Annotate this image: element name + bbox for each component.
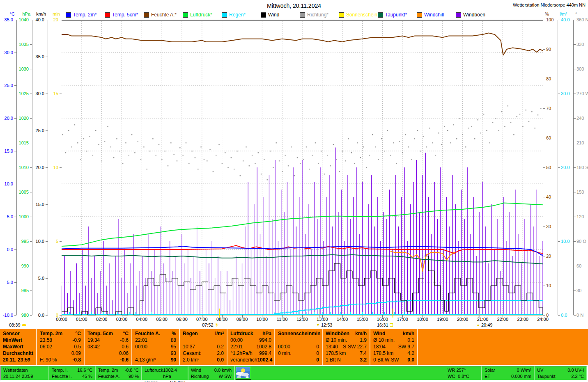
statusbar-label: Temp. 2m xyxy=(98,367,118,373)
axis-tick xyxy=(46,278,48,279)
time-label: 04:00 xyxy=(133,317,151,322)
moonset-arrow-icon: ▼ xyxy=(316,323,320,327)
stats-info: 0 Bft W-SW xyxy=(373,357,399,363)
stats-value-row: 1 Bft N3.2 xyxy=(323,357,370,363)
sun-moon-time: 07:52 xyxy=(202,323,214,327)
stats-row-label: 20.11. 23:59 xyxy=(0,357,36,363)
stats-value: 90 xyxy=(171,357,176,363)
stats-info: 2.0 l/m² xyxy=(183,357,199,363)
stats-info: 4.13 g/m³ xyxy=(135,357,156,363)
stats-value-row: 19:34-0.6 xyxy=(85,337,131,343)
stats-col-name: Temp. 2m xyxy=(40,330,62,337)
chart-legend: Temp. 2m*Temp. 5cm*Feuchte A.*Luftdruck*… xyxy=(66,12,495,18)
stats-value: 0.0 xyxy=(407,357,414,363)
sun-moon-time: 08:39 xyxy=(9,323,21,327)
axis-tick xyxy=(574,69,576,69)
statusbar-label: Taupunkt xyxy=(537,373,556,380)
statusbar-value: 0.0 UV-I xyxy=(567,367,584,373)
stats-value: 0.0 xyxy=(217,357,224,363)
stats-col-name: Luftdruck xyxy=(230,330,253,337)
legend-item-wind: Wind xyxy=(261,12,300,18)
legend-item-temp-2m: Temp. 2m* xyxy=(66,12,105,18)
stats-value: -0.9 xyxy=(72,337,81,343)
stats-value-row: Gesamt:2.0 xyxy=(180,350,227,357)
axis-tick xyxy=(46,57,48,57)
axis-tick xyxy=(574,266,576,266)
statusbar-row: Regen0.0 l/m² xyxy=(145,380,185,382)
stats-info: 0 min. xyxy=(278,350,292,357)
axis-tick-label: 150 xyxy=(577,190,584,195)
stats-col-header: Windkm/h xyxy=(370,330,417,337)
statusbar-label: UV xyxy=(537,367,543,373)
axis-tick xyxy=(574,291,576,291)
axis-tick-label: 10.0 xyxy=(561,239,570,244)
axis-tick-label: 20 xyxy=(37,17,58,23)
axis-tick-label: 10 xyxy=(546,283,551,288)
stats-value: 0 xyxy=(316,357,319,363)
stats-info: 00:00 xyxy=(278,343,290,350)
axis-tick xyxy=(574,315,576,316)
statusbar-label: Wind xyxy=(191,367,201,373)
stats-info: 08:42 xyxy=(87,343,100,350)
stats-value-row: 0.06 xyxy=(85,350,131,357)
stats-col-unit: °C xyxy=(76,330,81,337)
statusbar-row: WR 257° xyxy=(448,367,479,373)
axis-tick xyxy=(30,266,32,266)
axis-tick xyxy=(14,282,16,283)
time-label: 16:00 xyxy=(373,317,391,322)
stats-col-unit: min xyxy=(312,330,320,337)
axis-tick-label: 70 xyxy=(546,106,551,111)
statusbar-label: WR 257° xyxy=(448,367,466,373)
statusbar-value: -2.2 °C xyxy=(570,373,584,380)
time-label: 18:00 xyxy=(413,317,432,322)
axis-tick xyxy=(14,53,16,53)
stats-info: 00:00 xyxy=(135,343,147,350)
stats-value-row: Ø 10 min.1.9 xyxy=(323,337,370,343)
stats-info: 178.5 km xyxy=(326,350,346,357)
stats-value-row: 4.13 g/m³90 xyxy=(132,357,179,363)
stats-table: SensorMinWertMaxWertDurchschnitt20.11. 2… xyxy=(0,329,588,365)
legend-label: Temp. 2m* xyxy=(73,12,96,18)
station-name: Wetterstation Niedersorpe 440m NN xyxy=(513,2,586,7)
axis-tick-label: 25.0 xyxy=(23,128,44,133)
stats-info: F: 90 % xyxy=(40,357,57,363)
stats-col-name: Windböen xyxy=(326,330,349,337)
stats-value: 0.1 xyxy=(407,337,414,343)
legend-item-regen: Regen* xyxy=(222,12,261,18)
axis-tick xyxy=(574,44,576,45)
statusbar-right-cell-1: Solar0 W/m²ET0.000 mm xyxy=(482,366,535,380)
stats-col-header: Temp. 5cm°C xyxy=(85,330,131,337)
axis-tick-label: 90 O xyxy=(577,239,586,244)
axis-tick-label: 10.0 xyxy=(0,181,13,187)
stats-col-windb-en: Windböenkm/hØ 10 min.1.913:40S-SW 22.717… xyxy=(322,329,370,365)
time-label: 03:00 xyxy=(113,317,131,322)
axis-tick xyxy=(574,94,576,94)
axis-tick-label: 240 xyxy=(577,116,584,121)
statusbar-row: Feuchte I.45 % xyxy=(52,373,92,380)
sun-moon-marker-12-53: ▼12:53 xyxy=(316,323,332,327)
legend-color-box-windchill xyxy=(417,12,422,18)
axis-tick-label: 270 W xyxy=(577,91,588,96)
stats-value: 0.5 xyxy=(74,343,81,350)
stats-col-header: LuftdruckhPa xyxy=(227,330,274,337)
axis-tick-label: 40.0 xyxy=(561,17,570,23)
axis-tick xyxy=(30,217,32,217)
statusbar-row: WC -0.8°C xyxy=(448,373,479,380)
stats-col-temp-5cm: Temp. 5cm°C19:34-0.608:420.60.06-0.6 xyxy=(84,329,131,365)
stats-value-row: 00:0095 xyxy=(132,343,179,350)
axis-unit-min: min xyxy=(39,11,60,17)
axis-tick-label: 180 S xyxy=(577,165,588,170)
stats-value-row: veränderlich1002.4 xyxy=(227,357,274,363)
axis-tick xyxy=(574,143,576,143)
stats-value-row: 13:40S-SW 22.7 xyxy=(323,343,370,350)
stats-row-label: MaxWert xyxy=(0,343,36,350)
legend-color-box-regen xyxy=(222,12,227,18)
stats-value-row: 2.0 l/m²0.0 xyxy=(180,357,227,363)
axis-tick-label: 5.0 xyxy=(23,276,44,281)
time-label: 13:00 xyxy=(313,317,331,322)
stats-info: 10:37 xyxy=(183,343,195,350)
time-label: 01:00 xyxy=(73,317,91,322)
axis-tick-label: 60 xyxy=(577,263,581,269)
statusbar-title-cell: Wetterdaten20.11.24 23:59 xyxy=(1,366,49,380)
stats-col-feuchte-a: Feuchte A.%22:018800:0095934.13 g/m³90 xyxy=(131,329,179,365)
